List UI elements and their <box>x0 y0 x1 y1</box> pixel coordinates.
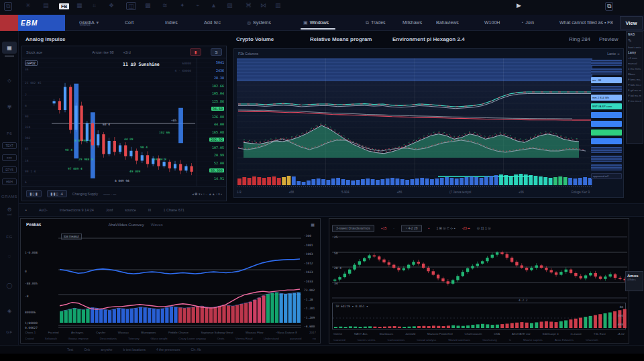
topstrip-icon-2[interactable]: ▤ <box>43 2 49 9</box>
tr-side-bar-8[interactable] <box>591 130 622 136</box>
tl-s-button[interactable]: S <box>211 48 222 56</box>
topstrip-icon-3[interactable]: FB <box>59 3 69 9</box>
tr-side-bar-9[interactable] <box>591 138 622 144</box>
tr-side-bar-10[interactable] <box>591 147 622 153</box>
midbar-item-0[interactable]: AuO- <box>39 208 48 212</box>
tl-chart-area[interactable]: M▲▲GP02 11 ∆9 Sunshine 60000 4 · 60000 5… <box>22 58 226 186</box>
sidebar-icon-11[interactable]: ◌ <box>2 250 17 262</box>
menu-item-join[interactable]: ◔Join <box>521 15 534 30</box>
tr-side-bar-13[interactable]: approved m2 <box>591 173 622 179</box>
br-tool-3[interactable]: ◔ 4-2 28 <box>401 225 422 232</box>
menu-item-cort[interactable]: Cort <box>125 15 133 30</box>
midbar-item-4[interactable]: III <box>148 208 152 212</box>
tr-side-bar-11[interactable] <box>591 156 622 162</box>
nab-item-0[interactable]: +2 mos <box>628 56 641 60</box>
sidebar-icon-1[interactable]: ⟐ <box>2 75 17 87</box>
sidebar-icon-4[interactable]: TEXT <box>2 142 17 149</box>
status-item-3[interactable]: b test locations <box>123 348 146 352</box>
topstrip-icon-13[interactable]: ▨ <box>227 2 233 9</box>
topstrip-icon-1[interactable]: ✳ <box>25 2 31 9</box>
topstrip-icon-14[interactable]: ⌘ <box>246 2 252 9</box>
tr-chart-area[interactable] <box>237 58 592 187</box>
menu-item-windows[interactable]: ▣Windows <box>303 15 329 30</box>
br-candlestick-chart[interactable] <box>332 237 627 299</box>
bl-chart-area[interactable]: low measur 1-0.0080-88.005-88000061/8000… <box>21 231 320 329</box>
topstrip-icon-9[interactable]: ≋ <box>162 2 168 9</box>
app-logo[interactable]: EBM <box>0 15 65 31</box>
topstrip-icon-12[interactable]: ▲ <box>211 2 217 9</box>
topstrip-icon-5[interactable]: ⌗ <box>93 2 96 9</box>
sidebar-icon-13[interactable]: ◈ <box>2 305 17 317</box>
tr-side-bar-6[interactable] <box>591 112 622 118</box>
tl-red-button[interactable]: ▮ <box>190 48 201 56</box>
status-item-0[interactable]: Test <box>67 348 73 352</box>
tr-side-bar-1[interactable] <box>591 68 622 74</box>
topstrip-icon-0[interactable]: ⧉ <box>4 2 12 11</box>
tr-side-bar-7[interactable] <box>591 121 622 127</box>
nab-item-3[interactable]: Rbms <box>628 72 641 76</box>
sidebar-icon-9[interactable]: ⚙and <box>2 205 17 217</box>
br-tool-1[interactable]: +15 <box>381 226 386 230</box>
nab-item-2[interactable]: 4 ms mins <box>628 67 641 70</box>
topstrip-icon-11[interactable]: ⌁ <box>196 2 199 9</box>
tr-side-bar-5[interactable]: BSTUA SP conn <box>591 103 622 109</box>
tr-side-bar-4[interactable]: mm 2 814 Wh <box>591 95 622 101</box>
sidebar-icon-5[interactable]: ≡≡≡ <box>2 154 17 161</box>
sidebar-icon-3[interactable]: F6 <box>2 127 17 140</box>
sidebar-icon-8[interactable]: GRAM5 <box>2 191 17 203</box>
menu-item-gialdia[interactable]: GialdiA▾binaries <box>79 15 99 30</box>
br-tool-4[interactable]: ▪ <box>429 226 430 230</box>
topstrip-icon-6[interactable]: ❖ <box>109 2 114 9</box>
status-item-1[interactable]: Onk <box>84 348 90 352</box>
sidebar-icon-14[interactable]: GF <box>2 326 17 338</box>
tr-side-bar-12[interactable] <box>591 164 622 170</box>
topstrip-icon-4[interactable]: ▦ <box>76 2 83 9</box>
bl-grid-icon[interactable]: ▦ <box>311 222 315 227</box>
menu-item-what-cannot-filled-as-f8[interactable]: What cannot filled as ▪ F8 <box>559 15 613 30</box>
status-item-2[interactable]: anywhe <box>101 348 112 352</box>
midbar-item-1[interactable]: Intersections 9 14:24 <box>60 208 94 212</box>
menu-item-trades[interactable]: ⧉Trades <box>366 15 386 30</box>
nab-item-7[interactable]: P bd ms ms <box>628 94 641 97</box>
br-tool-0[interactable]: 3-swest Dravdsvarmos <box>332 225 374 232</box>
nab-item-5[interactable]: P bds ms-ms <box>628 83 641 87</box>
sidebar-icon-12[interactable]: ◯ <box>2 279 17 291</box>
topstrip-icon-7[interactable]: ◫ <box>126 2 136 10</box>
tl-foot-icons[interactable]: ◂ ❶ ▾ ▪ ▫ ·· ▲▲ ▫ ▾ ▪ <box>192 192 222 196</box>
pencil-icon[interactable]: ✎ <box>628 38 641 44</box>
tr-head-right[interactable]: Lanto ◅ <box>607 52 619 56</box>
title-preview[interactable]: Preview <box>599 36 618 42</box>
sidebar-icon-2[interactable]: ✾ <box>2 101 17 113</box>
midbar-square-icon[interactable]: ▪ <box>25 208 27 212</box>
br-tool-2[interactable]: · <box>393 226 394 230</box>
midbar-item-3[interactable]: source <box>125 208 136 212</box>
menu-item-systems[interactable]: ◎Systems <box>247 15 271 30</box>
topstrip-icon-16[interactable]: ▥ <box>275 2 281 9</box>
topstrip-icon-15[interactable]: ⋈ <box>260 2 266 9</box>
tl-foot-tab-1[interactable]: ▮▯▮ <box>26 190 42 197</box>
nab-item-6[interactable]: F gd ms-ms <box>628 89 641 92</box>
tr-side-bar-0[interactable] <box>591 60 622 66</box>
nab-item-8[interactable]: F ms ms-ms <box>628 99 641 103</box>
menu-item-add-src[interactable]: Add Src <box>204 15 221 30</box>
sidebar-icon-6[interactable]: EPY5 <box>2 166 17 173</box>
br-volume-pane[interactable]: TP Edit9 ▾ 0.051 ▾ 4m500A88 <box>332 303 626 329</box>
sidebar-icon-10[interactable]: FG <box>2 231 17 243</box>
midbar-item-5[interactable]: 1 Chane 671 <box>163 208 184 212</box>
sidebar-icon-7[interactable]: HMH <box>2 178 17 185</box>
br-tool-5[interactable]: 1 ⊞ ⊙ ⊂ ⊹ ▪ <box>436 226 455 230</box>
tr-side-bar-3[interactable] <box>591 86 622 92</box>
tr-side-bar-2[interactable]: ms · 84 <box>591 77 622 83</box>
tl-foot-tab-2[interactable]: ▮▮▯ 4 <box>47 190 67 197</box>
status-item-4[interactable]: 4 the presences <box>156 348 180 352</box>
menu-item-bahaviews[interactable]: Bahaviews <box>436 15 459 30</box>
nab-item-1[interactable]: manual <box>628 62 641 65</box>
topstrip-icon-10[interactable]: ✦ <box>180 2 185 9</box>
menu-item-indies[interactable]: Indies <box>165 15 178 30</box>
status-item-5[interactable]: Ch: Ab <box>191 348 201 352</box>
topstrip-icon-8[interactable]: ▩ <box>145 2 151 9</box>
menu-item-mitshaws[interactable]: Mitshaws <box>402 15 422 30</box>
menu-item-w100h[interactable]: W100H <box>484 15 500 30</box>
midbar-item-2[interactable]: Jonf <box>106 208 113 212</box>
br-tool-7[interactable]: ⊙ 11 1 ⊙ <box>477 226 491 230</box>
